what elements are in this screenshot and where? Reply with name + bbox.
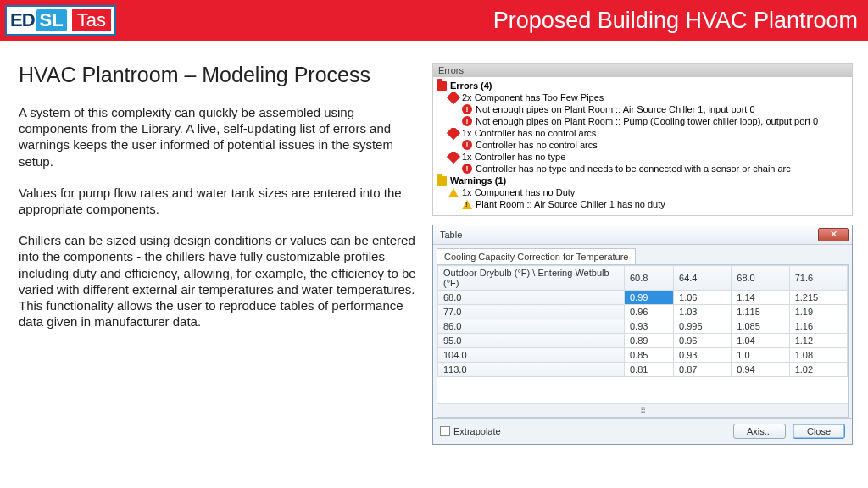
error-icon: !	[462, 116, 472, 126]
error-tag-icon	[448, 92, 459, 103]
table-blank-area	[437, 377, 848, 403]
cell[interactable]: 0.89	[625, 334, 674, 348]
warning-detail-label: Plant Room :: Air Source Chiller 1 has n…	[476, 199, 665, 209]
left-column: HVAC Plantroom – Modeling Process A syst…	[19, 63, 417, 488]
error-item-label: 2x Component has Too Few Pipes	[462, 92, 604, 103]
folder-error-icon	[437, 80, 447, 91]
cell[interactable]: 1.06	[674, 291, 732, 305]
errors-panel-header: Errors	[433, 64, 852, 77]
col-header[interactable]: 60.8	[625, 266, 674, 291]
cell[interactable]: 0.93	[625, 319, 674, 334]
content: HVAC Plantroom – Modeling Process A syst…	[0, 41, 868, 488]
error-detail-label: Controller has no control arcs	[476, 140, 598, 150]
cell[interactable]: 0.87	[674, 363, 732, 377]
cell[interactable]: 1.215	[789, 291, 847, 305]
extrapolate-label: Extrapolate	[453, 426, 501, 436]
warning-item-label: 1x Component has no Duty	[462, 187, 575, 197]
error-detail-label: Controller has no type and needs to be c…	[476, 164, 791, 174]
error-tag-icon	[448, 128, 459, 138]
folder-warning-icon	[437, 175, 447, 186]
error-item-label: 1x Controller has no control arcs	[462, 128, 596, 138]
table-grid-wrap: Outdoor Drybulb (°F) \ Entering Wetbulb …	[437, 264, 849, 418]
cell[interactable]: 0.96	[625, 305, 674, 319]
errors-group-label: Errors (4)	[450, 80, 492, 91]
table-tab[interactable]: Cooling Capacity Correction for Temperat…	[437, 248, 636, 264]
table-row: 113.0 0.81 0.87 0.94 1.02	[438, 363, 848, 377]
paragraph-1: A system of this complexity can quickly …	[19, 104, 417, 169]
table-corner: Outdoor Drybulb (°F) \ Entering Wetbulb …	[438, 266, 625, 291]
cell[interactable]: 0.81	[625, 363, 674, 377]
col-header[interactable]: 64.4	[674, 266, 732, 291]
col-header[interactable]: 68.0	[732, 266, 789, 291]
error-item-label: 1x Controller has no type	[462, 152, 565, 162]
error-icon: !	[462, 164, 472, 174]
window-titlebar[interactable]: Table ✕	[433, 225, 852, 245]
cell[interactable]: 1.19	[789, 305, 847, 319]
row-header[interactable]: 104.0	[438, 348, 625, 363]
error-item[interactable]: 1x Controller has no control arcs	[437, 127, 849, 139]
cell[interactable]: 1.115	[732, 305, 789, 319]
cell[interactable]: 1.0	[732, 348, 789, 363]
data-table[interactable]: Outdoor Drybulb (°F) \ Entering Wetbulb …	[437, 265, 848, 377]
logo-tas: Tas	[72, 9, 111, 31]
paragraph-3: Chillers can be sized using design condi…	[19, 232, 417, 330]
window-footer: Extrapolate Axis... Close	[433, 418, 852, 444]
warning-item[interactable]: 1x Component has no Duty	[437, 186, 849, 198]
error-detail[interactable]: ! Not enough pipes on Plant Room :: Air …	[437, 103, 849, 115]
horizontal-scrollbar[interactable]: ⠿	[437, 403, 848, 417]
close-button[interactable]: Close	[793, 424, 845, 439]
cell[interactable]: 0.94	[732, 363, 789, 377]
table-body: 68.0 0.99 1.06 1.14 1.215 77.0 0.96 1.03…	[438, 291, 848, 377]
logo-sl: SL	[36, 9, 67, 31]
close-icon[interactable]: ✕	[818, 228, 849, 241]
table-row: 95.0 0.89 0.96 1.04 1.12	[438, 334, 848, 348]
error-item[interactable]: 1x Controller has no type	[437, 151, 849, 163]
axis-button[interactable]: Axis...	[733, 424, 786, 439]
warnings-group-label: Warnings (1)	[450, 175, 506, 186]
cell[interactable]: 0.85	[625, 348, 674, 363]
error-detail-label: Not enough pipes on Plant Room :: Air So…	[476, 104, 755, 114]
row-header[interactable]: 113.0	[438, 363, 625, 377]
error-icon: !	[462, 104, 472, 114]
cell[interactable]: 1.08	[789, 348, 847, 363]
errors-tree: Errors (4) 2x Component has Too Few Pipe…	[433, 77, 852, 215]
errors-group[interactable]: Errors (4)	[437, 80, 849, 92]
cell[interactable]: 1.085	[732, 319, 789, 334]
slide-header: ED SL Tas Proposed Building HVAC Plantro…	[0, 0, 868, 41]
cell[interactable]: 0.96	[674, 334, 732, 348]
errors-panel: Errors Errors (4) 2x Component has Too F…	[432, 63, 853, 216]
error-detail-label: Not enough pipes on Plant Room :: Pump (…	[476, 116, 818, 126]
table-row: 68.0 0.99 1.06 1.14 1.215	[438, 291, 848, 305]
error-icon: !	[462, 140, 472, 150]
cell-selected[interactable]: 0.99	[625, 291, 674, 305]
footer-buttons: Axis... Close	[733, 424, 845, 439]
cell[interactable]: 0.93	[674, 348, 732, 363]
row-header[interactable]: 95.0	[438, 334, 625, 348]
cell[interactable]: 1.12	[789, 334, 847, 348]
window-title: Table	[440, 230, 462, 240]
page-title: Proposed Building HVAC Plantroom	[493, 8, 858, 34]
section-title: HVAC Plantroom – Modeling Process	[19, 63, 417, 87]
error-detail[interactable]: ! Controller has no type and needs to be…	[437, 163, 849, 175]
row-header[interactable]: 86.0	[438, 319, 625, 334]
cell[interactable]: 1.04	[732, 334, 789, 348]
checkbox-icon	[440, 426, 450, 436]
cell[interactable]: 0.995	[674, 319, 732, 334]
col-header[interactable]: 71.6	[789, 266, 847, 291]
logo-ed: ED	[10, 9, 35, 31]
table-row: 77.0 0.96 1.03 1.115 1.19	[438, 305, 848, 319]
error-detail[interactable]: ! Not enough pipes on Plant Room :: Pump…	[437, 115, 849, 127]
row-header[interactable]: 68.0	[438, 291, 625, 305]
warning-tag-icon	[448, 187, 459, 197]
extrapolate-checkbox[interactable]: Extrapolate	[440, 426, 501, 436]
cell[interactable]: 1.14	[732, 291, 789, 305]
error-detail[interactable]: ! Controller has no control arcs	[437, 139, 849, 151]
row-header[interactable]: 77.0	[438, 305, 625, 319]
table-row: 86.0 0.93 0.995 1.085 1.16	[438, 319, 848, 334]
cell[interactable]: 1.03	[674, 305, 732, 319]
error-item[interactable]: 2x Component has Too Few Pipes	[437, 92, 849, 103]
cell[interactable]: 1.16	[789, 319, 847, 334]
cell[interactable]: 1.02	[789, 363, 847, 377]
warnings-group[interactable]: Warnings (1)	[437, 175, 849, 186]
warning-detail[interactable]: Plant Room :: Air Source Chiller 1 has n…	[437, 198, 849, 210]
